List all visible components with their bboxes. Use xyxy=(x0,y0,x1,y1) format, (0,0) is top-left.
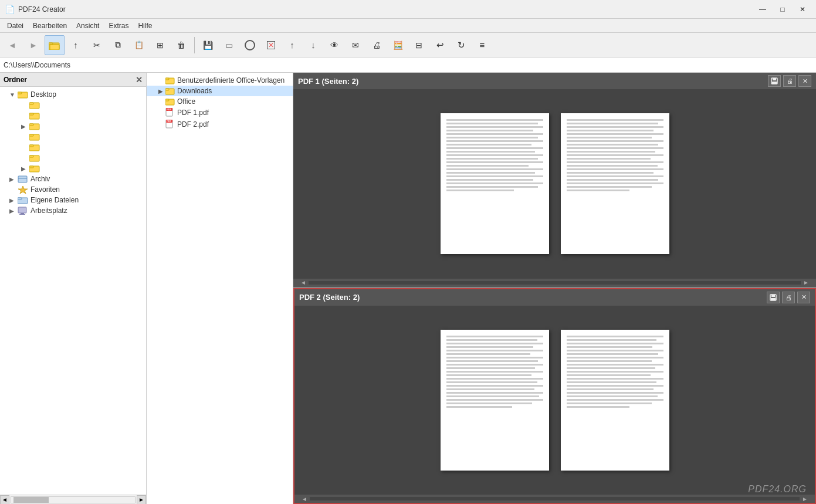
tree-label-archiv: Archiv xyxy=(31,175,50,183)
tree-item-sub3[interactable]: ▶ xyxy=(0,121,146,131)
eye-button[interactable]: 👁 xyxy=(324,35,344,55)
left-panel: Ordner ✕ ▼ Desktop xyxy=(0,73,147,504)
svg-rect-12 xyxy=(29,134,33,136)
grid2-button[interactable]: ⊟ xyxy=(409,35,429,55)
svg-rect-16 xyxy=(29,155,33,157)
tree-item-archiv[interactable]: ▶ Archiv xyxy=(0,174,146,184)
tree-item-sub4[interactable] xyxy=(0,131,146,142)
scroll-thumb[interactable] xyxy=(13,497,49,503)
tree-item-sub2[interactable] xyxy=(0,110,146,121)
menu-button[interactable]: ≡ xyxy=(472,35,492,55)
menu-ansicht[interactable]: Ansicht xyxy=(72,21,104,31)
maximize-button[interactable]: □ xyxy=(774,4,791,15)
app-icon: 📄 xyxy=(5,5,15,14)
folder-icon-sub1 xyxy=(29,101,40,109)
folder-icon-sub3 xyxy=(29,122,40,130)
folder-icon-desktop xyxy=(18,90,28,99)
pdf2-scrollbar: ◄ ► xyxy=(294,495,815,503)
file-item-pdf2[interactable]: PDF PDF 2.pdf xyxy=(147,119,293,130)
pdf2-save-button[interactable] xyxy=(767,292,780,303)
pdf2-page2 xyxy=(561,330,669,471)
pdf1-close-button[interactable]: ✕ xyxy=(798,75,811,87)
expand-icon-desktop: ▼ xyxy=(9,92,18,98)
up-button[interactable]: ↑ xyxy=(66,35,86,55)
scroll-right-button[interactable]: ► xyxy=(137,495,146,505)
close-doc-button[interactable]: ✕ xyxy=(261,35,281,55)
folder-icon-archiv xyxy=(18,175,28,183)
scroll-left-button[interactable]: ◄ xyxy=(0,495,9,505)
selected-arrow-icon: ▶ xyxy=(158,88,163,94)
pdf2-print-button[interactable]: 🖨 xyxy=(782,292,795,303)
rectangle-button[interactable]: ▭ xyxy=(219,35,239,55)
tree-item-favoriten[interactable]: Favoriten xyxy=(0,184,146,195)
paste-button[interactable]: 📋 xyxy=(129,35,149,55)
calc-button[interactable]: 🧮 xyxy=(388,35,408,55)
undo-button[interactable]: ↩ xyxy=(430,35,450,55)
forward-button[interactable]: ► xyxy=(23,35,43,55)
tree-item-sub6[interactable] xyxy=(0,153,146,163)
pdf-icon-1: PDF xyxy=(165,108,175,117)
file-label-benutzerdefinierte: Benutzerdefinierte Office-Vorlagen xyxy=(177,76,285,84)
minimize-button[interactable]: — xyxy=(754,4,771,15)
svg-rect-28 xyxy=(165,78,169,80)
tree-item-eigene-dateien[interactable]: ▶ Eigene Dateien xyxy=(0,195,146,205)
circle-button[interactable] xyxy=(240,35,260,55)
open-folder-button[interactable] xyxy=(45,35,65,55)
address-path: C:\Users\\Documents xyxy=(4,61,70,69)
svg-rect-26 xyxy=(19,214,25,215)
print-button[interactable]: 🖨 xyxy=(367,35,387,55)
tree-area[interactable]: ▼ Desktop xyxy=(0,87,146,495)
grid-button[interactable]: ⊞ xyxy=(150,35,170,55)
file-item-office[interactable]: Office xyxy=(147,96,293,107)
back-button[interactable]: ◄ xyxy=(2,35,22,55)
folder-open-icon xyxy=(49,40,60,50)
toolbar: ◄ ► ↑ ✂ ⧉ 📋 ⊞ 🗑 💾 ▭ ✕ ↑ ↓ 👁 ✉ 🖨 🧮 ⊟ ↩ ↻ … xyxy=(0,33,816,57)
file-item-downloads[interactable]: ▶ Downloads xyxy=(147,86,293,96)
svg-rect-14 xyxy=(29,145,33,147)
folder-close-button[interactable]: ✕ xyxy=(136,75,143,84)
delete-button[interactable]: 🗑 xyxy=(171,35,191,55)
app-title: PDF24 Creator xyxy=(18,5,811,13)
folder-icon-favoriten xyxy=(18,185,28,194)
pdf1-scroll-right[interactable]: ► xyxy=(803,279,809,286)
file-item-benutzerdefinierte[interactable]: Benutzerdefinierte Office-Vorlagen xyxy=(147,75,293,86)
menu-bearbeiten[interactable]: Bearbeiten xyxy=(28,21,72,31)
tree-item-arbeitsplatz[interactable]: ▶ Arbeitsplatz xyxy=(0,205,146,216)
tree-item-sub7[interactable]: ▶ xyxy=(0,163,146,174)
tree-item-sub1[interactable] xyxy=(0,100,146,110)
main-area: Ordner ✕ ▼ Desktop xyxy=(0,73,816,504)
svg-marker-21 xyxy=(18,186,28,194)
tree-item-sub5[interactable] xyxy=(0,142,146,153)
pdf-preview-area: PDF 1 (Seiten: 2) 🖨 ✕ xyxy=(293,73,816,504)
tree-label-desktop: Desktop xyxy=(31,90,56,99)
copy-button[interactable]: ⧉ xyxy=(108,35,128,55)
save-icon xyxy=(771,77,778,84)
file-item-pdf1[interactable]: PDF PDF 1.pdf xyxy=(147,107,293,119)
pdf2-close-button[interactable]: ✕ xyxy=(797,292,810,303)
pdf1-save-button[interactable] xyxy=(768,75,781,87)
svg-rect-8 xyxy=(29,113,33,115)
close-button[interactable]: ✕ xyxy=(794,4,811,15)
move-down-button[interactable]: ↓ xyxy=(303,35,323,55)
save-button[interactable]: 💾 xyxy=(198,35,218,55)
cut-button[interactable]: ✂ xyxy=(87,35,107,55)
pdf1-print-button[interactable]: 🖨 xyxy=(783,75,796,87)
tree-item-desktop[interactable]: ▼ Desktop xyxy=(0,89,146,100)
pdf2-scroll-right[interactable]: ► xyxy=(802,496,808,502)
move-up-button[interactable]: ↑ xyxy=(282,35,302,55)
redo-button[interactable]: ↻ xyxy=(451,35,471,55)
pdf1-page2 xyxy=(561,113,669,254)
tree-label-eigene-dateien: Eigene Dateien xyxy=(31,196,79,204)
tree-label-favoriten: Favoriten xyxy=(31,185,60,194)
svg-rect-19 xyxy=(18,176,27,182)
svg-rect-18 xyxy=(29,166,33,168)
menu-extras[interactable]: Extras xyxy=(104,21,133,31)
expand-icon-eigene-dateien: ▶ xyxy=(9,197,18,204)
menu-hilfe[interactable]: Hilfe xyxy=(133,21,157,31)
pdf1-scroll-left[interactable]: ◄ xyxy=(300,279,306,286)
menu-datei[interactable]: Datei xyxy=(2,21,28,31)
mail-button[interactable]: ✉ xyxy=(346,35,365,55)
pdf2-scroll-left[interactable]: ◄ xyxy=(302,496,307,502)
expand-icon-sub3: ▶ xyxy=(21,123,29,130)
pdf2-controls: 🖨 ✕ xyxy=(767,292,810,303)
